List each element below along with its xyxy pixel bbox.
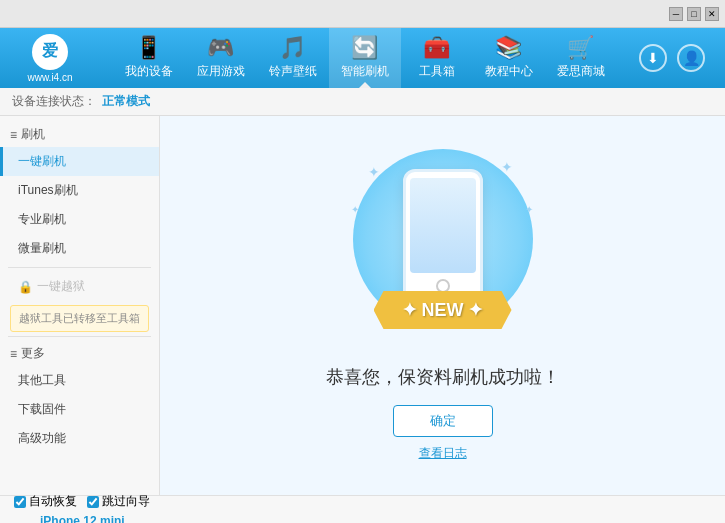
nav-items: 📱 我的设备 🎮 应用游戏 🎵 铃声壁纸 🔄 智能刷机 🧰 工具箱 📚 教程中心… [90, 28, 639, 88]
status-label: 设备连接状态： [12, 93, 96, 110]
logo-icon: 爱 [32, 34, 68, 70]
logo: 爱 www.i4.cn [10, 34, 90, 83]
sidebar-section-flash-icon: ≡ [10, 128, 17, 142]
nav-flash-label: 智能刷机 [341, 63, 389, 80]
sidebar-warning-jailbreak: 越狱工具已转移至工具箱 [10, 305, 149, 332]
status-value: 正常模式 [102, 93, 150, 110]
sidebar-section-flash: ≡ 刷机 [0, 122, 159, 147]
sidebar-divider-2 [8, 336, 151, 337]
device-info: 📱 iPhone 12 mini 64GB Down-12mini-13,1 [14, 514, 170, 523]
device-checkboxes: 自动恢复 跳过向导 [14, 493, 170, 510]
tutorial-icon: 📚 [495, 37, 522, 59]
confirm-button[interactable]: 确定 [393, 405, 493, 437]
user-button[interactable]: 👤 [677, 44, 705, 72]
content-area: ✦ ✦ ✦ ✦ ✦ NEW ✦ 恭喜您，保资料刷机成功啦！ 确定 查看日志 [160, 116, 725, 495]
apps-icon: 🎮 [207, 37, 234, 59]
auto-restore-checkbox[interactable]: 自动恢复 [14, 493, 77, 510]
nav-shop[interactable]: 🛒 爱思商城 [545, 28, 617, 88]
flash-icon: 🔄 [351, 37, 378, 59]
toolbox-icon: 🧰 [423, 37, 450, 59]
sidebar-item-advanced[interactable]: 高级功能 [0, 424, 159, 453]
title-bar: ─ □ ✕ [0, 0, 725, 28]
nav-tutorial-label: 教程中心 [485, 63, 533, 80]
close-button[interactable]: ✕ [705, 7, 719, 21]
top-nav: 爱 www.i4.cn 📱 我的设备 🎮 应用游戏 🎵 铃声壁纸 🔄 智能刷机 … [0, 28, 725, 88]
lock-icon: 🔒 [18, 280, 33, 294]
status-bar: 设备连接状态： 正常模式 [0, 88, 725, 116]
nav-my-device[interactable]: 📱 我的设备 [113, 28, 185, 88]
shop-icon: 🛒 [567, 37, 594, 59]
nav-tutorial[interactable]: 📚 教程中心 [473, 28, 545, 88]
minimize-button[interactable]: ─ [669, 7, 683, 21]
sidebar-section-flash-label: 刷机 [21, 126, 45, 143]
sidebar-item-micro[interactable]: 微量刷机 [0, 234, 159, 263]
window-controls[interactable]: ─ □ ✕ [669, 7, 719, 21]
nav-apps[interactable]: 🎮 应用游戏 [185, 28, 257, 88]
nav-flash[interactable]: 🔄 智能刷机 [329, 28, 401, 88]
main-layout: ≡ 刷机 一键刷机 iTunes刷机 专业刷机 微量刷机 🔒 一键越狱 越狱工具… [0, 116, 725, 495]
device-bottom-row: 自动恢复 跳过向导 📱 iPhone 12 mini 64GB Down-12m… [0, 495, 725, 523]
nav-ringtone-label: 铃声壁纸 [269, 63, 317, 80]
nav-toolbox-label: 工具箱 [419, 63, 455, 80]
download-button[interactable]: ⬇ [639, 44, 667, 72]
nav-toolbox[interactable]: 🧰 工具箱 [401, 28, 473, 88]
nav-right-buttons: ⬇ 👤 [639, 44, 715, 72]
nav-my-device-label: 我的设备 [125, 63, 173, 80]
phone-screen [410, 178, 476, 273]
device-name: iPhone 12 mini [40, 514, 125, 523]
success-text: 恭喜您，保资料刷机成功啦！ [326, 365, 560, 389]
sparkle-2: ✦ [501, 159, 513, 175]
sidebar-section-more-icon: ≡ [10, 347, 17, 361]
sidebar: ≡ 刷机 一键刷机 iTunes刷机 专业刷机 微量刷机 🔒 一键越狱 越狱工具… [0, 116, 160, 495]
nav-apps-label: 应用游戏 [197, 63, 245, 80]
device-details: iPhone 12 mini 64GB Down-12mini-13,1 [40, 514, 125, 523]
sidebar-item-onekey[interactable]: 一键刷机 [0, 147, 159, 176]
sparkle-1: ✦ [368, 164, 380, 180]
sparkle-4: ✦ [351, 204, 359, 215]
new-ribbon: ✦ NEW ✦ [374, 291, 512, 329]
maximize-button[interactable]: □ [687, 7, 701, 21]
sidebar-section-jailbreak: 🔒 一键越狱 [0, 272, 159, 301]
my-device-icon: 📱 [135, 37, 162, 59]
sidebar-section-more: ≡ 更多 [0, 341, 159, 366]
ringtone-icon: 🎵 [279, 37, 306, 59]
sidebar-divider-1 [8, 267, 151, 268]
skip-wizard-input[interactable] [87, 496, 99, 508]
sidebar-item-download-firmware[interactable]: 下载固件 [0, 395, 159, 424]
phone-body [403, 169, 483, 309]
sidebar-section-more-label: 更多 [21, 345, 45, 362]
sidebar-item-other-tools[interactable]: 其他工具 [0, 366, 159, 395]
sidebar-item-pro[interactable]: 专业刷机 [0, 205, 159, 234]
sidebar-item-itunes[interactable]: iTunes刷机 [0, 176, 159, 205]
sparkle-3: ✦ [525, 204, 533, 215]
phone-illustration: ✦ ✦ ✦ ✦ ✦ NEW ✦ [333, 149, 553, 349]
visit-log-link[interactable]: 查看日志 [419, 445, 467, 462]
nav-shop-label: 爱思商城 [557, 63, 605, 80]
new-ribbon-wrapper: ✦ NEW ✦ [374, 291, 512, 329]
logo-text: www.i4.cn [27, 72, 72, 83]
auto-restore-input[interactable] [14, 496, 26, 508]
skip-wizard-checkbox[interactable]: 跳过向导 [87, 493, 150, 510]
device-bottom-left: 自动恢复 跳过向导 📱 iPhone 12 mini 64GB Down-12m… [10, 493, 170, 523]
nav-ringtone[interactable]: 🎵 铃声壁纸 [257, 28, 329, 88]
